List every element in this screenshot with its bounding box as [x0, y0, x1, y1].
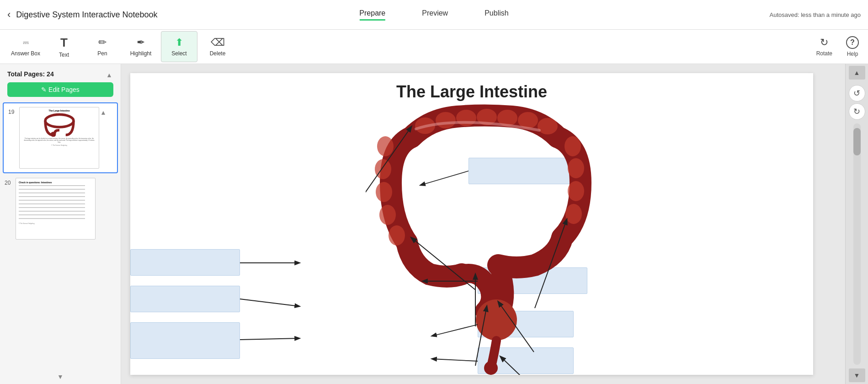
page-thumb-19: The Large Intestine The large intestine … — [19, 107, 99, 169]
help-label: Help — [847, 51, 858, 57]
highlight-icon: ✒ — [137, 37, 145, 48]
scroll-track[interactable] — [853, 123, 861, 365]
sidebar-scroll-up[interactable]: ▲ — [105, 69, 113, 79]
svg-line-30 — [240, 299, 299, 306]
pen-label: Pen — [97, 50, 107, 57]
answer-box-tool[interactable]: ⎓ Answer Box — [7, 31, 44, 62]
answer-box-2[interactable] — [130, 249, 240, 276]
tab-prepare[interactable]: Prepare — [359, 9, 385, 21]
scroll-down-button[interactable]: ▼ — [849, 368, 865, 382]
thumb-title-19: The Large Intestine — [49, 109, 70, 112]
page-title: Digestive System Interactive Notebook — [16, 10, 157, 20]
right-scrollbar: ▲ ↺ ↻ ▼ — [845, 64, 868, 384]
page-thumb-20: Check in questions: Intestines © The Sci… — [16, 178, 96, 240]
page-number-19: 19 — [8, 109, 19, 115]
header: ‹ Digestive System Interactive Notebook … — [0, 0, 868, 30]
autosave-status: Autosaved: less than a minute ago — [770, 11, 861, 18]
toolbar: ⎓ Answer Box T Text ✏ Pen ✒ Highlight ⬆ … — [0, 30, 868, 64]
page-item-20[interactable]: 20 Check in questions: Intestines — [0, 174, 121, 243]
undo-button[interactable]: ↺ — [849, 85, 865, 101]
sidebar: Total Pages: 24 ▲ ✎ Edit Pages 19 The La… — [0, 64, 121, 384]
svg-point-15 — [376, 182, 392, 202]
page-canvas: The Large Intestine — [130, 73, 813, 375]
scroll-thumb — [853, 128, 861, 155]
pen-tool[interactable]: ✏ Pen — [84, 31, 121, 62]
thumb-footer-19: © The Science Hedgehog — [51, 144, 67, 146]
svg-point-14 — [375, 159, 391, 179]
edit-pages-button[interactable]: ✎ Edit Pages — [7, 82, 113, 97]
svg-point-11 — [568, 181, 584, 201]
diagram-title: The Large Intestine — [130, 73, 813, 101]
svg-point-13 — [377, 136, 394, 156]
intestine-diagram — [366, 101, 631, 375]
select-label: Select — [171, 50, 186, 57]
select-tool[interactable]: ⬆ Select — [161, 31, 197, 62]
answer-box-icon: ⎓ — [23, 37, 29, 48]
answer-box-3[interactable] — [130, 286, 240, 312]
answer-box-label: Answer Box — [11, 50, 40, 57]
text-icon: T — [60, 36, 68, 50]
tab-publish[interactable]: Publish — [485, 9, 508, 21]
text-tool[interactable]: T Text — [46, 31, 82, 62]
thumb-text-19: The large intestine can be divided into … — [21, 138, 97, 144]
delete-tool[interactable]: ⌫ Delete — [199, 31, 236, 62]
highlight-label: Highlight — [130, 50, 152, 57]
svg-point-1 — [50, 132, 55, 137]
svg-point-9 — [564, 136, 581, 156]
thumb-title-20: Check in questions: Intestines — [19, 181, 52, 184]
page-list: 19 The Large Intestine The large intesti… — [0, 101, 121, 368]
highlight-tool[interactable]: ✒ Highlight — [122, 31, 159, 62]
svg-line-32 — [240, 338, 299, 340]
main-area: Total Pages: 24 ▲ ✎ Edit Pages 19 The La… — [0, 64, 868, 384]
redo-button[interactable]: ↻ — [849, 103, 865, 120]
nav-tabs: Prepare Preview Publish — [359, 9, 508, 21]
tab-preview[interactable]: Preview — [422, 9, 448, 21]
canvas-area[interactable]: The Large Intestine — [121, 64, 868, 384]
rotate-icon: ↻ — [820, 37, 828, 48]
answer-box-4[interactable] — [130, 322, 240, 359]
sidebar-scroll-down[interactable]: ▼ — [56, 371, 64, 380]
page-item-19[interactable]: 19 The Large Intestine The large intesti… — [3, 102, 118, 173]
svg-point-17 — [389, 225, 405, 245]
svg-point-3 — [436, 112, 456, 128]
sidebar-header: Total Pages: 24 ▲ — [0, 64, 121, 82]
page-19-scroll-up[interactable]: ▲ — [99, 107, 107, 116]
page-number-20: 20 — [5, 180, 16, 186]
back-button[interactable]: ‹ — [7, 9, 11, 21]
text-label: Text — [59, 52, 69, 58]
svg-point-10 — [568, 158, 584, 178]
svg-point-8 — [538, 118, 558, 134]
thumb-footer-20: © The Science Hedgehog — [19, 223, 34, 224]
select-icon: ⬆ — [175, 37, 183, 48]
total-pages: Total Pages: 24 — [7, 70, 54, 78]
svg-point-0 — [45, 114, 74, 127]
svg-point-19 — [484, 361, 498, 375]
help-tool[interactable]: ? Help — [846, 36, 859, 57]
pen-icon: ✏ — [98, 37, 107, 48]
undo-redo-group: ↺ ↻ — [849, 85, 865, 120]
delete-icon: ⌫ — [211, 37, 225, 48]
svg-line-26 — [501, 357, 534, 375]
rotate-tool[interactable]: ↻ Rotate — [816, 37, 832, 57]
thumb-intestine-svg — [43, 113, 75, 138]
svg-point-12 — [565, 204, 582, 224]
delete-label: Delete — [210, 50, 226, 57]
rotate-label: Rotate — [816, 50, 832, 57]
svg-point-16 — [379, 205, 396, 225]
help-icon: ? — [846, 36, 859, 49]
scroll-up-button[interactable]: ▲ — [849, 66, 865, 80]
